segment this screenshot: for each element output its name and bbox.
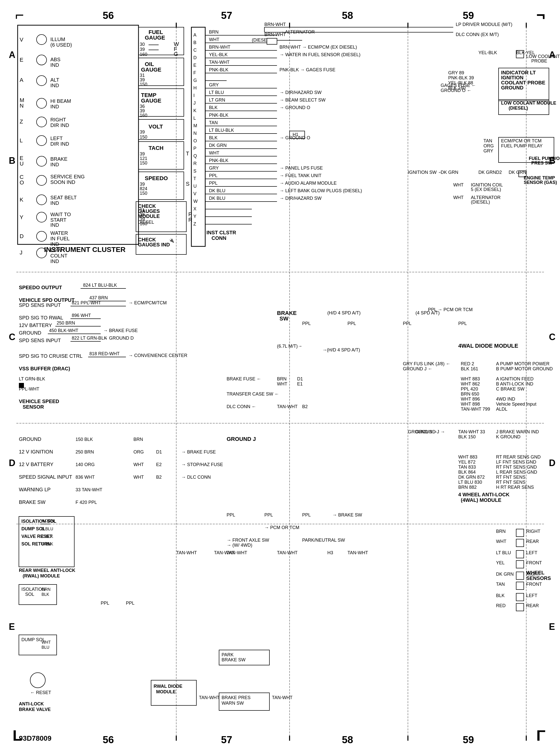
svg-text:160: 160: [140, 52, 147, 57]
svg-text:TAN-WHT: TAN-WHT: [277, 550, 298, 555]
svg-text:LT GRN: LT GRN: [209, 98, 225, 102]
svg-text:WHT 883: WHT 883: [461, 376, 480, 381]
svg-text:BRAKE SW: BRAKE SW: [19, 499, 45, 505]
svg-text:INDICATOR LT: INDICATOR LT: [501, 70, 536, 75]
svg-text:150: 150: [140, 160, 147, 165]
svg-text:BLK: BLK: [209, 105, 218, 110]
svg-text:ORG: ORG: [483, 143, 494, 149]
svg-text:IND: IND: [51, 258, 59, 264]
svg-text:PARK/NEUTRAL SW: PARK/NEUTRAL SW: [302, 538, 345, 542]
svg-text:160: 160: [140, 221, 147, 226]
svg-text:140 ORG: 140 ORG: [76, 462, 95, 467]
svg-text:→ CONVENIENCE CENTER: → CONVENIENCE CENTER: [128, 353, 187, 358]
svg-text:BLK 161: BLK 161: [461, 366, 478, 371]
svg-text:RT FNT SENS GND: RT FNT SENS GND: [496, 465, 537, 470]
svg-text:G: G: [193, 78, 197, 83]
svg-text:WARN SW: WARN SW: [222, 700, 244, 706]
svg-text:A: A: [20, 77, 23, 83]
svg-text:SPD SENS INPUT: SPD SENS INPUT: [19, 302, 61, 308]
svg-text:VEHICLE SPD OUTPUT: VEHICLE SPD OUTPUT: [19, 297, 75, 303]
svg-text:IGNITION: IGNITION: [501, 75, 523, 80]
svg-text:X: X: [193, 206, 196, 211]
svg-text:ANTI-LOCK: ANTI-LOCK: [19, 702, 44, 706]
svg-text:E2: E2: [156, 462, 162, 467]
svg-text:IND: IND: [51, 222, 59, 228]
svg-text:Y: Y: [193, 214, 196, 219]
svg-text:HI BEAM: HI BEAM: [51, 98, 71, 104]
svg-text:→ AUDIO ALARM MODULE: → AUDIO ALARM MODULE: [280, 181, 337, 186]
svg-text:39: 39: [140, 182, 145, 187]
svg-text:PRES SW: PRES SW: [531, 160, 552, 165]
svg-text:COLNT: COLNT: [51, 253, 67, 258]
svg-text:PPL: PPL: [302, 512, 311, 517]
svg-text:39: 39: [140, 77, 145, 82]
svg-text:WHT: WHT: [453, 182, 464, 188]
svg-text:PPL: PPL: [403, 321, 412, 326]
svg-text:Y: Y: [20, 214, 23, 220]
svg-text:BRN-WHT: BRN-WHT: [264, 22, 286, 27]
svg-text:IND: IND: [51, 104, 59, 109]
svg-text:BLU: BLU: [42, 645, 49, 650]
svg-text:PNK-BLK: PNK-BLK: [209, 113, 228, 118]
svg-text:R: R: [188, 217, 193, 223]
svg-text:SOL: SOL: [25, 592, 34, 597]
svg-text:CHECK: CHECK: [138, 237, 156, 242]
svg-text:ALTERNATOR: ALTERNATOR: [471, 195, 501, 200]
svg-text:→ ECM/PCM/TCM: → ECM/PCM/TCM: [128, 300, 167, 305]
svg-text:WHT 898: WHT 898: [461, 401, 480, 407]
svg-text:BRN: BRN: [496, 529, 506, 534]
svg-text:B2: B2: [302, 404, 308, 409]
svg-text:FUEL PUMP RELAY: FUEL PUMP RELAY: [501, 143, 543, 149]
svg-text:PNK-BLK → GAGES FUSE: PNK-BLK → GAGES FUSE: [280, 67, 335, 72]
svg-text:→ DIR/HAZARD SW: → DIR/HAZARD SW: [280, 196, 322, 201]
svg-text:F: F: [193, 70, 196, 75]
svg-text:56: 56: [103, 10, 114, 21]
svg-text:YEL: YEL: [496, 560, 505, 565]
svg-text:C BLK: C BLK: [42, 534, 53, 539]
svg-text:IND: IND: [51, 162, 59, 167]
svg-text:TAN: TAN: [209, 120, 218, 125]
svg-text:SPD SENS INPUT: SPD SENS INPUT: [19, 338, 61, 343]
svg-text:31: 31: [140, 208, 145, 213]
svg-text:J BRAKE WARN IND: J BRAKE WARN IND: [496, 429, 539, 434]
svg-text:S: S: [193, 169, 196, 174]
svg-text:ALT: ALT: [51, 77, 59, 83]
svg-text:E: E: [193, 63, 196, 68]
svg-text:4WAL DIODE MODULE: 4WAL DIODE MODULE: [458, 343, 518, 349]
svg-text:DK GRN: DK GRN: [209, 143, 227, 148]
svg-text:L: L: [20, 137, 23, 144]
svg-text:→ STOP/HAZ FUSE: → STOP/HAZ FUSE: [181, 462, 223, 467]
svg-text:FUEL PUMP/OIL: FUEL PUMP/OIL: [529, 156, 560, 161]
svg-text:MODULE: MODULE: [156, 689, 176, 694]
svg-text:PPL: PPL: [458, 321, 467, 326]
svg-text:BLK 864: BLK 864: [458, 470, 476, 475]
svg-text:D: D: [549, 458, 556, 468]
svg-text:REAR: REAR: [526, 539, 539, 544]
svg-text:V: V: [20, 37, 23, 43]
svg-rect-491: [267, 38, 277, 44]
svg-text:🔌: 🔌: [169, 238, 175, 243]
svg-text:GAUGE: GAUGE: [145, 35, 165, 41]
svg-text:BRN-WHT → ECM/PCM (EX DIESEL): BRN-WHT → ECM/PCM (EX DIESEL): [280, 45, 357, 50]
svg-text:BRN: BRN: [277, 376, 286, 381]
svg-text:DK GRN 872: DK GRN 872: [458, 475, 485, 480]
svg-text:C: C: [9, 332, 15, 342]
svg-text:GROUND J ←: GROUND J ←: [403, 366, 432, 371]
svg-text:REAR WHEEL ANTI-LOCK: REAR WHEEL ANTI-LOCK: [19, 568, 75, 573]
svg-text:12 V BATTERY: 12 V BATTERY: [19, 461, 53, 467]
svg-text:→ (W/ 4WD): → (W/ 4WD): [227, 542, 252, 548]
svg-text:C: C: [193, 47, 197, 53]
svg-text:BLK: BLK: [209, 135, 218, 140]
svg-text:RED 2: RED 2: [461, 361, 474, 366]
svg-text:93D78009: 93D78009: [19, 734, 52, 742]
svg-text:IND: IND: [51, 200, 59, 206]
svg-text:BLK: BLK: [42, 592, 49, 596]
svg-text:FRONT: FRONT: [526, 582, 542, 587]
svg-text:WHT: WHT: [209, 37, 219, 42]
svg-text:M: M: [193, 123, 197, 128]
svg-text:GAUGES IND: GAUGES IND: [138, 242, 170, 248]
svg-text:IND: IND: [51, 241, 59, 247]
svg-text:J: J: [20, 250, 22, 256]
svg-text:← RESET: ← RESET: [30, 690, 51, 695]
svg-text:821 PPL-WHT: 821 PPL-WHT: [72, 300, 101, 305]
